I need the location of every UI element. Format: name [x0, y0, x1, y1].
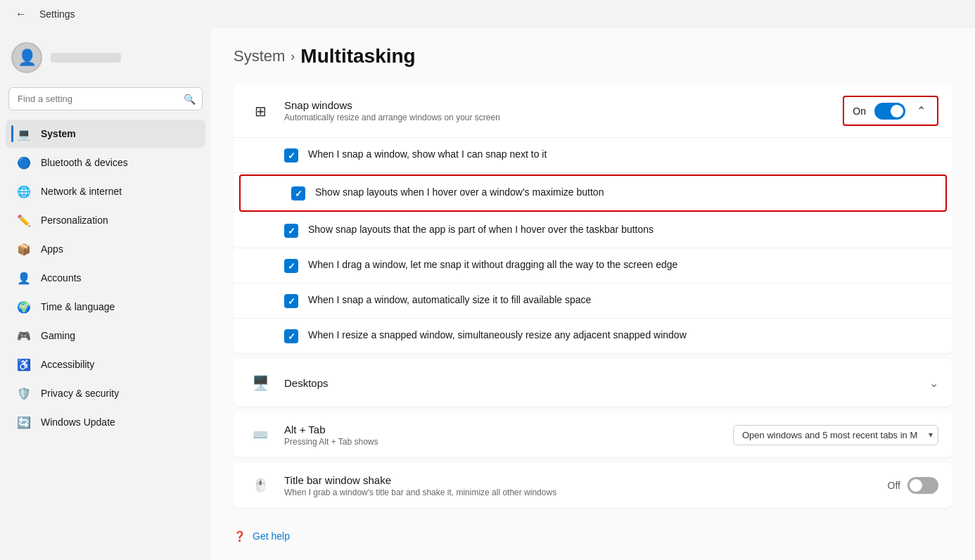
- apps-icon: 📦: [17, 242, 31, 256]
- sidebar-item-accessibility[interactable]: ♿ Accessibility: [6, 350, 205, 378]
- search-input[interactable]: [8, 87, 203, 110]
- sidebar-item-label-privacy: Privacy & security: [41, 388, 119, 399]
- sidebar-item-update[interactable]: 🔄 Windows Update: [6, 408, 205, 436]
- sidebar-item-label-accounts: Accounts: [41, 272, 82, 284]
- checkbox-auto-size[interactable]: ✓: [284, 294, 298, 308]
- sidebar-item-system[interactable]: 💻 System: [6, 120, 205, 148]
- sidebar-item-label-bluetooth: Bluetooth & devices: [41, 157, 128, 168]
- alt-tab-dropdown-wrapper: Open windows and 5 most recent tabs in M…: [733, 425, 938, 445]
- breadcrumb: System › Multitasking: [234, 45, 952, 68]
- title-bar-shake-subtitle: When I grab a window's title bar and sha…: [284, 488, 888, 497]
- checkmark-icon: ✓: [288, 261, 295, 272]
- sidebar-item-label-gaming: Gaming: [41, 330, 75, 341]
- checkbox-label-show-next: When I snap a window, show what I can sn…: [308, 148, 547, 162]
- breadcrumb-system[interactable]: System: [234, 47, 285, 65]
- checkmark-icon: ✓: [295, 189, 302, 199]
- desktops-chevron-icon: ⌄: [929, 376, 938, 390]
- app-title: Settings: [39, 8, 75, 20]
- get-help-label: Get help: [253, 530, 290, 542]
- checkmark-icon: ✓: [288, 151, 295, 161]
- back-icon: ←: [15, 8, 27, 20]
- sidebar-user: 👤: [0, 34, 211, 87]
- desktops-title: Desktops: [284, 377, 929, 389]
- breadcrumb-chevron-icon: ›: [291, 49, 295, 64]
- checkbox-row-auto-size: ✓ When I snap a window, automatically si…: [234, 284, 952, 319]
- checkbox-row-resize: ✓ When I resize a snapped window, simult…: [234, 319, 952, 353]
- checkbox-row-layouts-maximize: ✓ Show snap layouts when I hover over a …: [241, 176, 945, 210]
- checkbox-row-drag: ✓ When I drag a window, let me snap it w…: [234, 248, 952, 284]
- main-layout: 👤 🔍 💻 System 🔵 Bluetooth & devices 🌐 Net…: [0, 28, 975, 560]
- title-bar-shake-title: Title bar window shake: [284, 474, 888, 486]
- back-button[interactable]: ←: [11, 4, 31, 24]
- title-bar-shake-row: 🖱️ Title bar window shake When I grab a …: [234, 463, 952, 508]
- title-bar-shake-toggle-label: Off: [888, 480, 900, 491]
- checkbox-label-layouts-maximize: Show snap layouts when I hover over a wi…: [315, 186, 604, 200]
- checkmark-icon: ✓: [288, 331, 295, 342]
- sidebar-item-personalization[interactable]: ✏️ Personalization: [6, 206, 205, 234]
- alt-tab-control: Open windows and 5 most recent tabs in M…: [733, 425, 938, 445]
- sidebar-item-label-time: Time & language: [41, 301, 115, 312]
- snap-toggle-knob: [891, 105, 903, 117]
- privacy-icon: 🛡️: [17, 386, 31, 400]
- desktops-card[interactable]: 🖥️ Desktops ⌄: [234, 359, 952, 407]
- checkbox-label-resize: When I resize a snapped window, simultan…: [308, 329, 687, 343]
- title-bar-shake-icon: 🖱️: [248, 473, 273, 498]
- sidebar-item-label-apps: Apps: [41, 243, 63, 255]
- avatar: 👤: [11, 42, 42, 73]
- main-content: System › Multitasking ⊞ Snap windows Aut…: [211, 28, 975, 560]
- checkbox-label-drag: When I drag a window, let me snap it wit…: [308, 258, 677, 272]
- checkmark-icon: ✓: [288, 226, 295, 236]
- alt-tab-dropdown[interactable]: Open windows and 5 most recent tabs in M…: [733, 425, 938, 445]
- snap-toggle[interactable]: [874, 103, 905, 120]
- snap-windows-icon: ⊞: [248, 98, 273, 124]
- snap-windows-collapse-button[interactable]: ⌃: [914, 101, 929, 120]
- title-bar-shake-toggle[interactable]: [907, 477, 938, 494]
- checkmark-icon: ✓: [288, 296, 295, 307]
- desktops-icon: 🖥️: [248, 370, 273, 395]
- checkbox-layouts-taskbar[interactable]: ✓: [284, 224, 298, 238]
- update-icon: 🔄: [17, 415, 31, 429]
- sidebar-item-bluetooth[interactable]: 🔵 Bluetooth & devices: [6, 148, 205, 177]
- checkbox-row-layouts-maximize-wrapper: ✓ Show snap layouts when I hover over a …: [239, 174, 947, 212]
- system-icon: 💻: [17, 127, 31, 141]
- title-bar-shake-card: 🖱️ Title bar window shake When I grab a …: [234, 463, 952, 508]
- sidebar-item-privacy[interactable]: 🛡️ Privacy & security: [6, 379, 205, 407]
- bluetooth-icon: 🔵: [17, 155, 31, 170]
- checkbox-row-show-next: ✓ When I snap a window, show what I can …: [234, 138, 952, 173]
- get-help-link[interactable]: ❓ Get help: [234, 514, 952, 542]
- snap-windows-title: Snap windows: [284, 99, 843, 111]
- checkbox-drag[interactable]: ✓: [284, 259, 298, 273]
- time-icon: 🌍: [17, 300, 31, 314]
- checkbox-resize[interactable]: ✓: [284, 329, 298, 343]
- sidebar-item-label-update: Windows Update: [41, 416, 115, 428]
- sidebar-item-accounts[interactable]: 👤 Accounts: [6, 264, 205, 292]
- sidebar-item-network[interactable]: 🌐 Network & internet: [6, 177, 205, 205]
- sidebar-item-time[interactable]: 🌍 Time & language: [6, 293, 205, 321]
- title-bar-shake-text: Title bar window shake When I grab a win…: [284, 474, 888, 497]
- alt-tab-subtitle: Pressing Alt + Tab shows: [284, 437, 733, 447]
- snap-windows-subtitle: Automatically resize and arrange windows…: [284, 113, 843, 122]
- snap-windows-card: ⊞ Snap windows Automatically resize and …: [234, 84, 952, 353]
- title-bar-shake-toggle-knob: [910, 479, 922, 492]
- checkbox-layouts-maximize[interactable]: ✓: [291, 186, 305, 201]
- titlebar: ← Settings: [0, 0, 975, 28]
- alt-tab-card: ⌨️ Alt + Tab Pressing Alt + Tab shows Op…: [234, 412, 952, 457]
- alt-tab-text: Alt + Tab Pressing Alt + Tab shows: [284, 424, 733, 447]
- alt-tab-row: ⌨️ Alt + Tab Pressing Alt + Tab shows Op…: [234, 412, 952, 457]
- snap-toggle-label: On: [853, 106, 866, 117]
- sidebar: 👤 🔍 💻 System 🔵 Bluetooth & devices 🌐 Net…: [0, 28, 211, 560]
- checkbox-row-layouts-taskbar: ✓ Show snap layouts that the app is part…: [234, 213, 952, 248]
- sidebar-item-apps[interactable]: 📦 Apps: [6, 235, 205, 263]
- sidebar-item-label-system: System: [41, 128, 76, 139]
- desktops-row[interactable]: 🖥️ Desktops ⌄: [234, 359, 952, 407]
- search-container: 🔍: [8, 87, 203, 110]
- title-bar-shake-controls: Off: [888, 477, 938, 494]
- network-icon: 🌐: [17, 184, 31, 198]
- accounts-icon: 👤: [17, 271, 31, 285]
- page-title: Multitasking: [300, 45, 415, 68]
- sidebar-item-label-personalization: Personalization: [41, 215, 108, 226]
- checkbox-label-layouts-taskbar: Show snap layouts that the app is part o…: [308, 223, 654, 237]
- sidebar-item-gaming[interactable]: 🎮 Gaming: [6, 322, 205, 350]
- snap-windows-controls: On ⌃: [843, 96, 938, 126]
- checkbox-show-next[interactable]: ✓: [284, 148, 298, 163]
